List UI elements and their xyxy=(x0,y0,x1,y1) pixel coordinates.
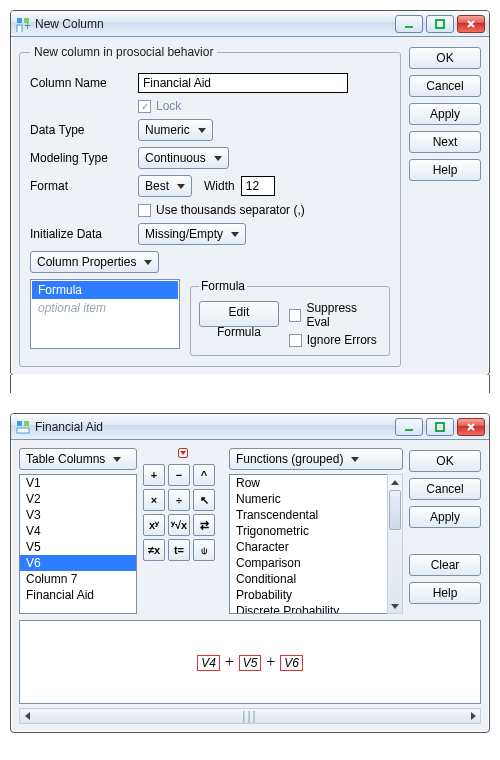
apply-button[interactable]: Apply xyxy=(409,103,481,125)
keypad-key[interactable]: xʸ xyxy=(143,514,165,536)
column-properties-button[interactable]: Column Properties xyxy=(30,251,159,273)
column-name-label: Column Name xyxy=(30,76,132,90)
checkbox-icon xyxy=(138,204,151,217)
keypad-key[interactable]: ÷ xyxy=(168,489,190,511)
modeling-type-select[interactable]: Continuous xyxy=(138,147,229,169)
svg-rect-2 xyxy=(17,25,22,32)
close-button[interactable] xyxy=(457,15,485,33)
list-item[interactable]: Probability xyxy=(230,587,387,603)
properties-listbox[interactable]: Formula optional item xyxy=(30,279,180,349)
list-item[interactable]: Row xyxy=(230,475,387,491)
svg-text:+: + xyxy=(24,19,31,32)
svg-rect-7 xyxy=(24,421,29,426)
list-item[interactable]: Financial Aid xyxy=(20,587,136,603)
titlebar[interactable]: Financial Aid xyxy=(11,414,489,440)
list-item[interactable]: optional item xyxy=(32,299,178,317)
maximize-button[interactable] xyxy=(426,418,454,436)
scroll-grip-icon: ||| xyxy=(242,709,257,723)
functions-button[interactable]: Functions (grouped) xyxy=(229,448,403,470)
data-type-select[interactable]: Numeric xyxy=(138,119,213,141)
table-columns-button[interactable]: Table Columns xyxy=(19,448,137,470)
formula-expression: V4 + V5 + V6 xyxy=(197,653,303,671)
list-item[interactable]: V3 xyxy=(20,507,136,523)
maximize-button[interactable] xyxy=(426,15,454,33)
formula-legend: Formula xyxy=(199,279,247,293)
scroll-thumb[interactable] xyxy=(389,490,401,530)
cancel-button[interactable]: Cancel xyxy=(409,75,481,97)
svg-rect-4 xyxy=(405,26,413,28)
window-title: Financial Aid xyxy=(35,420,103,434)
list-item[interactable]: V5 xyxy=(20,539,136,555)
svg-rect-9 xyxy=(405,429,413,431)
list-item[interactable]: Trigonometric xyxy=(230,523,387,539)
thousands-checkbox[interactable]: Use thousands separator (,) xyxy=(138,203,305,217)
width-label: Width xyxy=(204,179,235,193)
window-title: New Column xyxy=(35,17,104,31)
initialize-select[interactable]: Missing/Empty xyxy=(138,223,246,245)
new-column-group: New column in prosocial behavior Column … xyxy=(19,45,401,367)
ok-button[interactable]: OK xyxy=(409,450,481,472)
edit-formula-button[interactable]: Edit Formula xyxy=(199,301,279,327)
keypad-key[interactable]: ↖ xyxy=(193,489,215,511)
group-legend: New column in prosocial behavior xyxy=(30,45,217,59)
chevron-down-icon xyxy=(214,156,222,161)
suppress-eval-checkbox[interactable]: Suppress Eval xyxy=(289,301,381,329)
next-button[interactable]: Next xyxy=(409,131,481,153)
list-item[interactable]: Formula xyxy=(32,281,178,299)
keypad-key[interactable]: t= xyxy=(168,539,190,561)
list-item[interactable]: Transcendental xyxy=(230,507,387,523)
scroll-right-icon[interactable] xyxy=(466,709,480,723)
app-icon: + xyxy=(15,16,31,32)
scroll-down-icon[interactable] xyxy=(388,599,402,613)
clear-button[interactable]: Clear xyxy=(409,554,481,576)
list-item[interactable]: Comparison xyxy=(230,555,387,571)
width-input[interactable] xyxy=(241,176,275,196)
list-item[interactable]: Discrete Probability xyxy=(230,603,387,614)
format-label: Format xyxy=(30,179,132,193)
keypad-key[interactable]: ⍦ xyxy=(193,539,215,561)
svg-rect-0 xyxy=(17,18,22,23)
list-item[interactable]: V2 xyxy=(20,491,136,507)
list-item[interactable]: V6 xyxy=(20,555,136,571)
keypad-key[interactable]: − xyxy=(168,464,190,486)
keypad-key[interactable]: ^ xyxy=(193,464,215,486)
titlebar[interactable]: + New Column xyxy=(11,11,489,37)
close-button[interactable] xyxy=(457,418,485,436)
torn-edge xyxy=(10,375,490,393)
horizontal-scrollbar[interactable]: ||| xyxy=(19,708,481,724)
chevron-down-icon xyxy=(144,260,152,265)
functions-listbox[interactable]: RowNumericTranscendentalTrigonometricCha… xyxy=(229,474,388,614)
scroll-up-icon[interactable] xyxy=(388,475,402,489)
cancel-button[interactable]: Cancel xyxy=(409,478,481,500)
apply-button[interactable]: Apply xyxy=(409,506,481,528)
collapse-icon[interactable] xyxy=(143,448,223,458)
keypad-key[interactable]: ⇄ xyxy=(193,514,215,536)
format-select[interactable]: Best xyxy=(138,175,192,197)
list-item[interactable]: V1 xyxy=(20,475,136,491)
dialog-buttons: OK Cancel Apply Clear Help xyxy=(409,448,481,614)
keypad-key[interactable]: × xyxy=(143,489,165,511)
ignore-errors-checkbox[interactable]: Ignore Errors xyxy=(289,333,381,347)
keypad-key[interactable]: ʸ√x xyxy=(168,514,190,536)
scroll-left-icon[interactable] xyxy=(20,709,34,723)
list-item[interactable]: Character xyxy=(230,539,387,555)
ok-button[interactable]: OK xyxy=(409,47,481,69)
chevron-down-icon xyxy=(351,457,359,462)
minimize-button[interactable] xyxy=(395,15,423,33)
list-item[interactable]: V4 xyxy=(20,523,136,539)
minimize-button[interactable] xyxy=(395,418,423,436)
help-button[interactable]: Help xyxy=(409,159,481,181)
list-item[interactable]: Conditional xyxy=(230,571,387,587)
keypad-key[interactable]: ≠x xyxy=(143,539,165,561)
help-button[interactable]: Help xyxy=(409,582,481,604)
scrollbar[interactable] xyxy=(387,474,403,614)
columns-listbox[interactable]: V1V2V3V4V5V6Column 7Financial Aid xyxy=(19,474,137,614)
keypad-key[interactable]: + xyxy=(143,464,165,486)
column-name-input[interactable] xyxy=(138,73,348,93)
list-item[interactable]: Column 7 xyxy=(20,571,136,587)
formula-canvas[interactable]: V4 + V5 + V6 xyxy=(19,620,481,704)
initialize-label: Initialize Data xyxy=(30,227,132,241)
list-item[interactable]: Numeric xyxy=(230,491,387,507)
operator-keypad: +−^×÷↖xʸʸ√x⇄≠xt=⍦ xyxy=(143,464,223,561)
chevron-down-icon xyxy=(177,184,185,189)
